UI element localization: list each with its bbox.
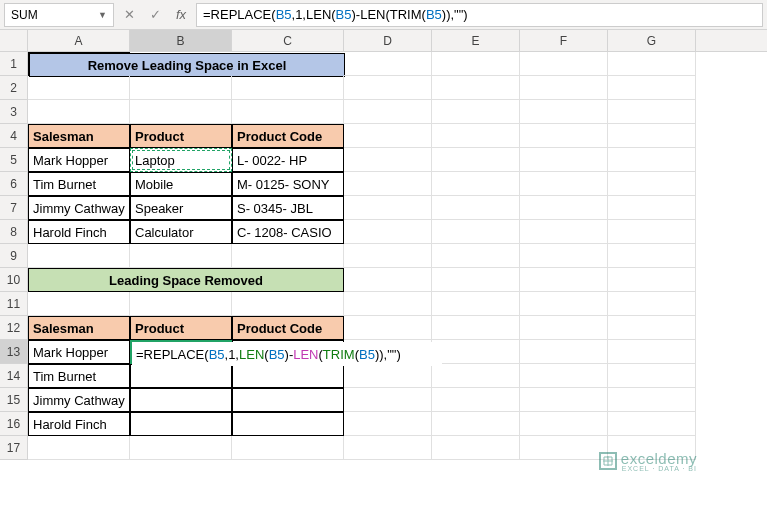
cell[interactable]: L- 0022- HP [232, 148, 344, 172]
cell[interactable] [232, 244, 344, 268]
cell[interactable] [432, 196, 520, 220]
cell[interactable] [432, 52, 520, 76]
cell[interactable] [432, 412, 520, 436]
cell[interactable] [432, 172, 520, 196]
cell[interactable] [520, 436, 608, 460]
row-header[interactable]: 7 [0, 196, 28, 220]
cell[interactable] [608, 340, 696, 364]
row-header[interactable]: 17 [0, 436, 28, 460]
cell[interactable] [130, 364, 232, 388]
cell[interactable] [232, 292, 344, 316]
cell[interactable]: Tim Burnet [28, 364, 130, 388]
cell[interactable] [232, 436, 344, 460]
cell[interactable] [432, 316, 520, 340]
fx-icon[interactable]: fx [170, 4, 192, 26]
select-all-corner[interactable] [0, 30, 28, 51]
cell[interactable] [344, 220, 432, 244]
cell[interactable] [28, 100, 130, 124]
column-header-F[interactable]: F [520, 30, 608, 51]
cell[interactable] [608, 268, 696, 292]
cell[interactable] [432, 388, 520, 412]
column-header-A[interactable]: A [28, 30, 130, 51]
cell[interactable]: Salesman [28, 316, 130, 340]
cell[interactable] [432, 76, 520, 100]
column-header-C[interactable]: C [232, 30, 344, 51]
cell[interactable] [130, 76, 232, 100]
row-header[interactable]: 15 [0, 388, 28, 412]
cell-formula-editing[interactable]: =REPLACE(B5,1,LEN(B5)-LEN(TRIM(B5)),"") [132, 342, 442, 366]
cell[interactable] [344, 412, 432, 436]
cell[interactable] [520, 292, 608, 316]
cell[interactable] [232, 412, 344, 436]
cancel-icon[interactable]: ✕ [118, 4, 140, 26]
cell[interactable] [520, 52, 608, 76]
row-header[interactable]: 10 [0, 268, 28, 292]
cell[interactable] [520, 412, 608, 436]
row-header[interactable]: 16 [0, 412, 28, 436]
row-header[interactable]: 9 [0, 244, 28, 268]
cell[interactable] [344, 268, 432, 292]
table-header[interactable]: Salesman [28, 124, 130, 148]
cell[interactable] [130, 100, 232, 124]
cell[interactable] [608, 364, 696, 388]
row-header[interactable]: 13 [0, 340, 28, 364]
row-header[interactable]: 2 [0, 76, 28, 100]
formula-input[interactable]: =REPLACE(B5,1,LEN(B5)-LEN(TRIM(B5)),"") [196, 3, 763, 27]
cell[interactable]: Mark Hopper [28, 340, 130, 364]
table-header[interactable]: Product Code [232, 124, 344, 148]
cell[interactable] [608, 76, 696, 100]
cell[interactable]: Harold Finch [28, 412, 130, 436]
cell[interactable] [520, 124, 608, 148]
cell[interactable] [232, 388, 344, 412]
cell[interactable] [344, 148, 432, 172]
cell[interactable] [28, 76, 130, 100]
cell[interactable] [28, 436, 130, 460]
cell[interactable] [608, 292, 696, 316]
cell[interactable] [520, 340, 608, 364]
cell[interactable] [344, 52, 432, 76]
cell[interactable] [608, 148, 696, 172]
row-header[interactable]: 14 [0, 364, 28, 388]
cell[interactable] [520, 316, 608, 340]
cell[interactable] [432, 124, 520, 148]
cell[interactable] [344, 76, 432, 100]
row-header[interactable]: 11 [0, 292, 28, 316]
cell[interactable]: Tim Burnet [28, 172, 130, 196]
column-header-D[interactable]: D [344, 30, 432, 51]
cell[interactable] [608, 52, 696, 76]
cell[interactable] [432, 436, 520, 460]
cell[interactable] [344, 244, 432, 268]
cell[interactable] [344, 196, 432, 220]
row-header[interactable]: 6 [0, 172, 28, 196]
cell[interactable]: Mobile [130, 172, 232, 196]
cell[interactable] [232, 364, 344, 388]
cell[interactable]: Product Code [232, 316, 344, 340]
column-header-G[interactable]: G [608, 30, 696, 51]
cell[interactable] [344, 388, 432, 412]
cell[interactable] [520, 268, 608, 292]
cell[interactable]: Jimmy Cathway [28, 196, 130, 220]
cell[interactable] [432, 268, 520, 292]
cell[interactable]: Laptop [130, 148, 232, 172]
table-header[interactable]: Product [130, 124, 232, 148]
cell[interactable] [608, 244, 696, 268]
row-header[interactable]: 1 [0, 52, 28, 76]
cell[interactable] [344, 364, 432, 388]
cell[interactable] [232, 76, 344, 100]
cell[interactable] [520, 220, 608, 244]
cell[interactable] [432, 364, 520, 388]
cell[interactable] [608, 220, 696, 244]
cell[interactable] [608, 124, 696, 148]
cell[interactable]: S- 0345- JBL [232, 196, 344, 220]
cell[interactable] [130, 436, 232, 460]
cell[interactable] [520, 364, 608, 388]
cell[interactable]: Mark Hopper [28, 148, 130, 172]
cell[interactable] [232, 100, 344, 124]
column-header-E[interactable]: E [432, 30, 520, 51]
cell[interactable] [608, 316, 696, 340]
chevron-down-icon[interactable]: ▼ [98, 10, 107, 20]
cell[interactable]: Jimmy Cathway [28, 388, 130, 412]
cell[interactable] [344, 436, 432, 460]
cell[interactable] [432, 220, 520, 244]
cell[interactable]: C- 1208- CASIO [232, 220, 344, 244]
